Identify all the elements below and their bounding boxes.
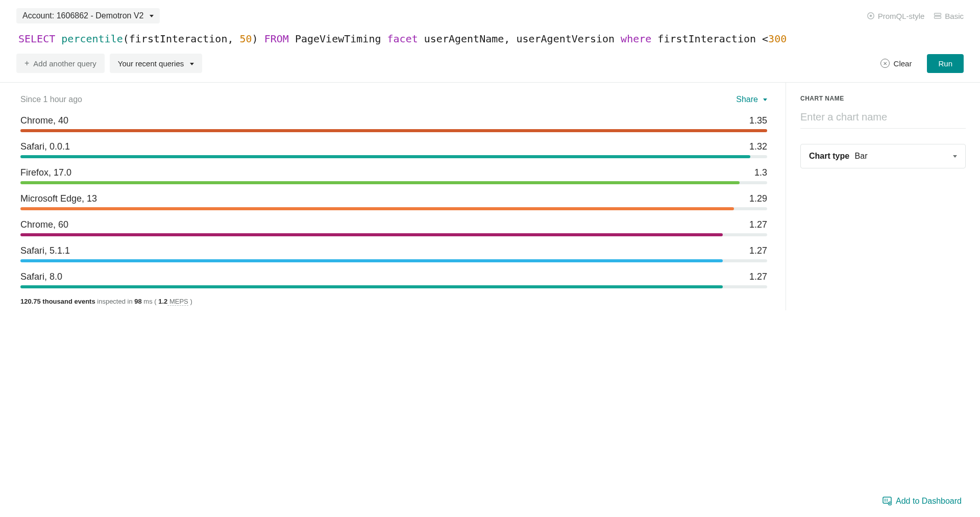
mode-toggle-group: PromQL-style Basic: [867, 12, 964, 20]
inspected-in: inspected in: [95, 298, 135, 305]
recent-queries-dropdown[interactable]: Your recent queries: [110, 54, 203, 73]
query-token: facet: [387, 33, 418, 45]
query-token: PageViewTiming: [289, 33, 387, 45]
bar-value: 1.32: [749, 141, 767, 152]
clear-icon: ✕: [880, 59, 890, 68]
bar-label: Firefox, 17.0: [20, 167, 71, 178]
query-token: userAgentName, userAgentVersion: [418, 33, 621, 45]
bar-label: Chrome, 40: [20, 115, 68, 126]
query-token: (firstInteraction,: [123, 33, 240, 45]
chart-name-heading: CHART NAME: [800, 95, 966, 102]
svg-rect-2: [935, 13, 941, 15]
ms-suffix: ms (: [142, 298, 159, 305]
bar-item[interactable]: Safari, 5.1.11.27: [20, 245, 767, 262]
bar-track: [20, 181, 767, 184]
ms-value: 98: [134, 298, 141, 305]
chart-type-label: Chart type: [809, 152, 849, 160]
chart-type-select[interactable]: Chart type Bar: [800, 144, 966, 168]
add-query-label: Add another query: [33, 59, 96, 68]
bar-chart: Chrome, 401.35Safari, 0.0.11.32Firefox, …: [20, 115, 767, 288]
bar-label: Microsoft Edge, 13: [20, 193, 97, 204]
plus-icon: +: [24, 59, 29, 68]
bar-fill: [20, 181, 740, 184]
svg-point-1: [869, 15, 872, 17]
chevron-down-icon: [761, 95, 767, 104]
bar-item[interactable]: Chrome, 601.27: [20, 219, 767, 236]
chart-type-value: Bar: [855, 152, 868, 160]
bar-track: [20, 233, 767, 236]
basic-label: Basic: [945, 12, 964, 20]
query-token: [55, 33, 61, 45]
query-editor[interactable]: SELECT percentile(firstInteraction, 50) …: [0, 28, 980, 48]
stats-close: ): [188, 298, 192, 305]
events-count: 120.75 thousand events: [20, 298, 95, 305]
clear-button[interactable]: ✕ Clear: [872, 54, 920, 73]
bar-item[interactable]: Chrome, 401.35: [20, 115, 767, 132]
query-token: 300: [768, 33, 787, 45]
bar-fill: [20, 285, 723, 288]
promql-icon: [867, 12, 875, 20]
bar-fill: [20, 207, 734, 210]
query-token: 50: [240, 33, 252, 45]
bar-track: [20, 129, 767, 132]
basic-icon: [934, 12, 942, 20]
query-token: ): [252, 33, 264, 45]
recent-queries-label: Your recent queries: [118, 59, 184, 68]
chart-name-input[interactable]: [800, 108, 966, 129]
bar-item[interactable]: Microsoft Edge, 131.29: [20, 193, 767, 210]
bar-label: Safari, 0.0.1: [20, 141, 70, 152]
bar-value: 1.35: [749, 115, 767, 126]
query-token: SELECT: [18, 33, 55, 45]
query-token: firstInteraction <: [651, 33, 768, 45]
bar-value: 1.27: [749, 272, 767, 282]
basic-toggle[interactable]: Basic: [934, 12, 964, 20]
bar-fill: [20, 129, 767, 132]
bar-label: Safari, 8.0: [20, 272, 62, 282]
bar-label: Safari, 5.1.1: [20, 245, 70, 256]
bar-track: [20, 207, 767, 210]
bar-track: [20, 259, 767, 262]
bar-value: 1.29: [749, 193, 767, 204]
svg-rect-3: [935, 16, 941, 18]
query-token: FROM: [264, 33, 289, 45]
bar-track: [20, 285, 767, 288]
chevron-down-icon: [188, 59, 194, 68]
share-label: Share: [736, 95, 758, 104]
bar-item[interactable]: Firefox, 17.01.3: [20, 167, 767, 184]
bar-track: [20, 155, 767, 158]
query-stats: 120.75 thousand events inspected in 98 m…: [20, 298, 767, 305]
since-label: Since 1 hour ago: [20, 95, 82, 104]
account-selector[interactable]: Account: 1606862 - Demotron V2: [16, 8, 160, 23]
bar-value: 1.27: [749, 219, 767, 230]
run-label: Run: [938, 59, 952, 68]
bar-label: Chrome, 60: [20, 219, 68, 230]
share-dropdown[interactable]: Share: [736, 95, 767, 104]
bar-fill: [20, 155, 750, 158]
meps-label: MEPS: [167, 298, 188, 306]
promql-style-toggle[interactable]: PromQL-style: [867, 12, 925, 20]
query-token: where: [621, 33, 651, 45]
chevron-down-icon: [148, 11, 154, 20]
meps-value: 1.2: [158, 298, 167, 305]
bar-item[interactable]: Safari, 8.01.27: [20, 272, 767, 288]
bar-fill: [20, 259, 723, 262]
bar-value: 1.27: [749, 245, 767, 256]
promql-label: PromQL-style: [878, 12, 925, 20]
bar-value: 1.3: [754, 167, 767, 178]
query-token: percentile: [61, 33, 122, 45]
run-button[interactable]: Run: [927, 54, 964, 73]
add-another-query-button[interactable]: + Add another query: [16, 54, 105, 73]
account-label: Account: 1606862 - Demotron V2: [22, 11, 143, 20]
chevron-down-icon: [951, 152, 957, 161]
bar-fill: [20, 233, 723, 236]
clear-label: Clear: [894, 59, 912, 68]
bar-item[interactable]: Safari, 0.0.11.32: [20, 141, 767, 158]
